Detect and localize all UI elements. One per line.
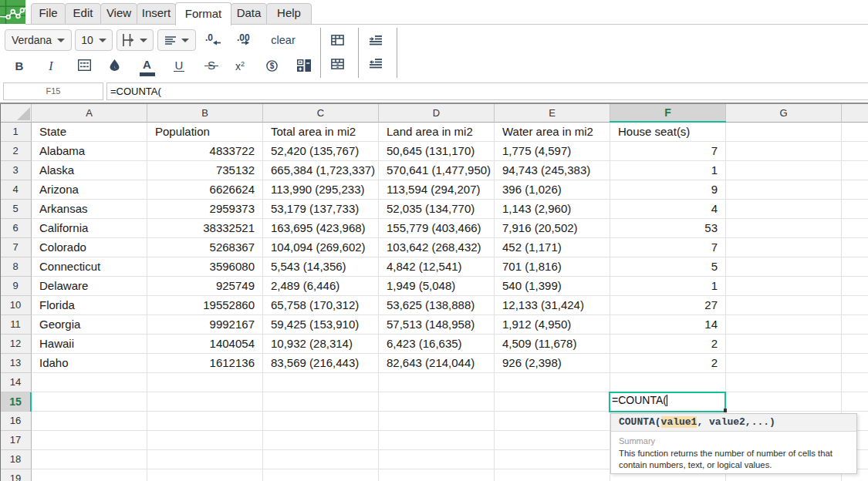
svg-text:.0: .0 [205, 32, 213, 43]
svg-text:$: $ [270, 62, 275, 70]
svg-text:.00: .00 [237, 32, 250, 43]
